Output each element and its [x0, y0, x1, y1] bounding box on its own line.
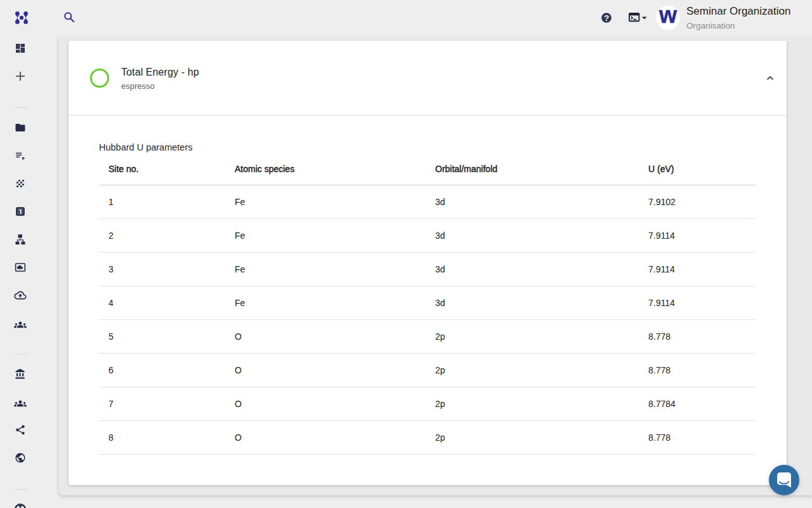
svg-text:?: ? [604, 13, 609, 23]
